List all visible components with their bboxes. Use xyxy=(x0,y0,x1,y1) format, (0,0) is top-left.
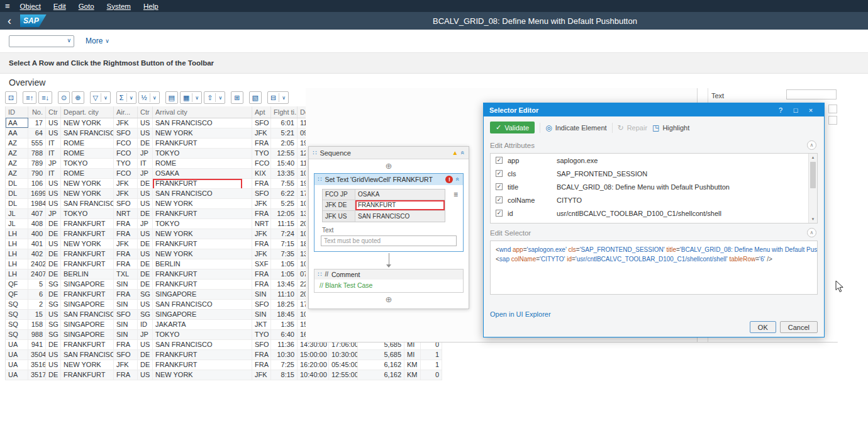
table-cell[interactable]: SQ xyxy=(6,299,28,309)
table-cell[interactable]: TXL xyxy=(114,269,138,279)
scrollbar[interactable]: ▲ ▼ xyxy=(808,154,817,223)
table-cell[interactable]: FCO xyxy=(114,168,138,178)
table-cell[interactable]: IT xyxy=(138,158,153,168)
comment-header[interactable]: ∷ // Comment xyxy=(314,269,463,280)
attribute-row[interactable]: ✓appsaplogon.exe xyxy=(491,154,817,167)
table-cell[interactable]: 6 xyxy=(28,289,46,299)
table-cell[interactable]: FCO xyxy=(114,148,138,158)
find-next-button[interactable]: ⊕ xyxy=(72,91,84,104)
table-cell[interactable]: 789 xyxy=(28,158,46,168)
dropdown-icon[interactable]: ∨ xyxy=(101,93,108,102)
table-cell[interactable]: AZ xyxy=(6,138,28,148)
table-cell[interactable]: 1699 xyxy=(28,188,46,198)
table-cell[interactable]: NEW YORK xyxy=(153,229,252,239)
table-cell[interactable]: FRANKFURT xyxy=(61,289,114,299)
table-cell[interactable]: 2 xyxy=(28,299,46,309)
table-cell[interactable]: TYO xyxy=(252,329,271,339)
table-cell[interactable]: 1:35 xyxy=(271,319,298,329)
table-cell[interactable]: FRANKFURT xyxy=(153,208,252,218)
table-cell[interactable]: JFK xyxy=(114,178,138,188)
table-cell[interactable]: FRA xyxy=(114,249,138,259)
table-cell[interactable]: FCO xyxy=(114,138,138,148)
table-cell[interactable]: TYO xyxy=(114,158,138,168)
table-cell[interactable]: JP xyxy=(138,148,153,158)
table-cell[interactable]: SFO xyxy=(252,188,271,198)
attribute-row[interactable]: ✓clsSAP_FRONTEND_SESSION xyxy=(491,167,817,180)
table-cell[interactable]: KM xyxy=(404,370,421,380)
table-cell[interactable]: NEW YORK xyxy=(153,128,252,138)
table-cell[interactable]: 402 xyxy=(28,249,46,259)
sequence-header[interactable]: ∷ Sequence ▲ « xyxy=(309,147,469,159)
graphic-button[interactable]: ▧ xyxy=(249,91,262,104)
table-cell[interactable]: 7:15 xyxy=(271,239,298,249)
help-icon[interactable]: ? xyxy=(773,106,788,114)
table-cell[interactable]: FRA xyxy=(252,208,271,218)
table-cell[interactable]: SINGAPORE xyxy=(61,329,114,339)
table-cell[interactable]: 6,162 xyxy=(358,360,404,370)
table-cell[interactable]: DE xyxy=(138,349,153,360)
table-cell[interactable]: ROME xyxy=(61,168,114,178)
table-cell[interactable]: DL xyxy=(6,198,28,208)
table-cell[interactable]: 18:25 xyxy=(271,299,298,309)
table-cell[interactable]: NEW YORK xyxy=(61,239,114,249)
table-cell[interactable]: JP xyxy=(138,329,153,339)
table-cell[interactable]: 3517 xyxy=(28,370,46,380)
table-cell[interactable]: DE xyxy=(46,370,61,380)
table-cell[interactable]: 6,162 xyxy=(358,370,404,380)
table-row[interactable]: UA3504USSAN FRANCISCOSFODEFRANKFURTFRA10… xyxy=(6,349,442,360)
table-cell[interactable]: JP xyxy=(138,168,153,178)
table-cell[interactable]: 2402 xyxy=(28,259,46,269)
drag-handle-icon[interactable]: ∷ xyxy=(318,271,321,278)
table-cell[interactable]: NEW YORK xyxy=(61,188,114,198)
table-cell[interactable]: ROME xyxy=(153,158,252,168)
menu-help[interactable]: Help xyxy=(143,3,159,10)
table-cell[interactable]: FRANKFURT xyxy=(153,360,252,370)
table-cell[interactable]: FRANKFURT xyxy=(61,218,114,229)
selector-editor-textbox[interactable]: <wnd app='saplogon.exe' cls='SAP_FRONTEN… xyxy=(490,241,818,295)
comment-activity[interactable]: ∷ // Comment // Blank Test Case xyxy=(314,269,464,293)
table-cell[interactable]: MI xyxy=(404,349,421,360)
table-cell[interactable]: FRANKFURT xyxy=(61,370,114,380)
table-cell[interactable]: SAN FRANCISCO xyxy=(61,309,114,319)
table-cell[interactable]: US xyxy=(138,229,153,239)
table-cell[interactable]: SAN FRANCISCO xyxy=(61,349,114,360)
table-cell[interactable]: 401 xyxy=(28,239,46,249)
table-cell[interactable]: 2:05 xyxy=(271,138,298,148)
table-cell[interactable]: 13:45 xyxy=(271,279,298,289)
attribute-value[interactable]: usr/cntlBCALVC_TOOLBAR_D100_C1/shellcont… xyxy=(557,210,812,217)
table-cell[interactable]: FRA xyxy=(114,339,138,349)
table-cell[interactable]: DE xyxy=(138,239,153,249)
table-cell[interactable]: SAN FRANCISCO xyxy=(153,299,252,309)
table-cell[interactable]: US xyxy=(138,198,153,208)
table-cell[interactable]: AZ xyxy=(6,148,28,158)
table-cell[interactable]: JFK xyxy=(252,128,271,138)
table-cell[interactable]: TOKYO xyxy=(61,208,114,218)
table-cell[interactable]: 1984 xyxy=(28,198,46,208)
table-cell[interactable]: SFO xyxy=(114,309,138,319)
attribute-checkbox[interactable]: ✓ xyxy=(496,157,503,164)
table-cell[interactable]: DE xyxy=(46,229,61,239)
attribute-checkbox[interactable]: ✓ xyxy=(496,196,503,203)
table-cell[interactable]: DE xyxy=(138,269,153,279)
indicate-element-button[interactable]: ◎ Indicate Element xyxy=(545,124,606,132)
choose-layout-button[interactable]: ⊞ xyxy=(231,91,243,104)
table-cell[interactable]: DE xyxy=(46,249,61,259)
table-cell[interactable]: US xyxy=(46,188,61,198)
table-cell[interactable]: FRANKFURT xyxy=(61,339,114,349)
attribute-row[interactable]: ✓idusr/cntlBCALVC_TOOLBAR_D100_C1/shellc… xyxy=(491,207,817,220)
ok-button[interactable]: OK xyxy=(750,321,776,333)
table-cell[interactable]: SIN xyxy=(114,329,138,339)
table-cell[interactable]: US xyxy=(46,349,61,360)
table-cell[interactable]: 3504 xyxy=(28,349,46,360)
table-cell[interactable]: 3516 xyxy=(28,360,46,370)
table-cell[interactable]: FRANKFURT xyxy=(153,178,252,188)
print-button[interactable]: ▤ xyxy=(165,91,178,104)
table-cell[interactable]: TOKYO xyxy=(153,218,252,229)
table-cell[interactable]: DE xyxy=(46,269,61,279)
table-cell[interactable]: DL xyxy=(6,178,28,188)
table-cell[interactable]: SG xyxy=(138,289,153,299)
table-cell[interactable]: JP xyxy=(46,208,61,218)
table-cell[interactable]: 12:55 xyxy=(271,148,298,158)
chevron-down-icon[interactable]: ∨ xyxy=(67,38,71,43)
table-cell[interactable]: 941 xyxy=(28,339,46,349)
